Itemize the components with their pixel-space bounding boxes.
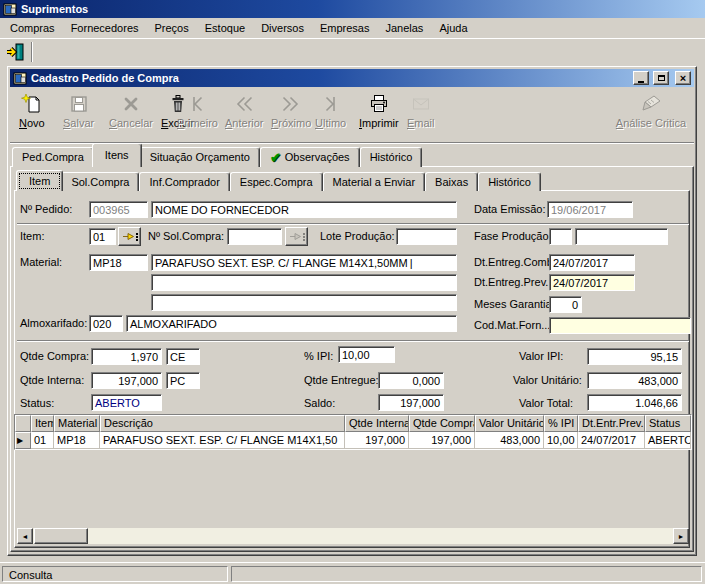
menu-janelas[interactable]: Janelas — [377, 19, 431, 37]
menu-precos[interactable]: Preços — [147, 19, 197, 37]
dt-entreg-comb-field[interactable]: 24/07/2017 — [549, 254, 635, 271]
meses-garantia-field[interactable]: 0 — [549, 296, 582, 313]
close-icon: × — [680, 73, 686, 84]
statusbar-mode-text: Consulta — [9, 569, 52, 581]
tab-espec-compra[interactable]: Espec.Compra — [230, 172, 323, 191]
printer-icon — [368, 92, 390, 116]
close-button[interactable]: × — [675, 71, 691, 85]
grid-header-selector — [15, 415, 31, 432]
grid-header-ipi: % IPI — [544, 415, 578, 432]
cod-mat-forn-field[interactable] — [549, 317, 691, 334]
saldo-field[interactable]: 197,000 — [378, 394, 444, 411]
data-emissao-label: Data Emissão: — [474, 201, 546, 218]
sol-compra-field[interactable] — [227, 228, 282, 245]
tab-item[interactable]: Item — [16, 170, 63, 191]
valor-total-label: Valor Total: — [519, 395, 573, 412]
outer-tabs: Ped.Compra Itens Situação Orçamento ✔ Ob… — [12, 143, 422, 167]
qtde-compra-field[interactable]: 1,970 — [91, 348, 162, 365]
ipi-field[interactable]: 10,00 — [338, 346, 395, 363]
tab-inf-comprador[interactable]: Inf.Comprador — [139, 172, 229, 191]
qtde-entregue-label: Qtde Entregue: — [304, 372, 379, 389]
status-field[interactable]: ABERTO — [91, 394, 162, 411]
valor-total-field[interactable]: 1.046,66 — [587, 394, 682, 411]
tab-historico-inner[interactable]: Histórico — [478, 172, 541, 191]
horizontal-scrollbar: ◄ ► — [17, 528, 689, 544]
exit-button[interactable] — [3, 41, 27, 63]
item-lookup-button[interactable] — [118, 227, 141, 246]
ultimo-button: Ultimo — [310, 90, 351, 139]
valor-ipi-field[interactable]: 95,15 — [587, 348, 682, 365]
anterior-label: Anterior — [225, 117, 264, 129]
child-toolbar: Novo Salvar Cancelar — [10, 88, 694, 143]
row-selector-arrow: ▶ — [15, 432, 31, 449]
tab-situacao-orcamento[interactable]: Situação Orçamento — [140, 147, 260, 167]
menu-empresas[interactable]: Empresas — [312, 19, 378, 37]
tab-sol-compra[interactable]: Sol.Compra — [61, 172, 139, 191]
valor-unitario-field[interactable]: 483,000 — [587, 372, 682, 389]
proximo-label: Próximo — [271, 117, 311, 129]
grid-data-row[interactable]: ▶ 01 MP18 PARAFUSO SEXT. ESP. C/ FLANGE … — [15, 432, 691, 449]
tab-itens[interactable]: Itens — [92, 143, 142, 167]
tab-ped-compra[interactable]: Ped.Compra — [12, 147, 94, 167]
un-compra-field[interactable]: CE — [166, 348, 200, 365]
fase-producao-desc-field[interactable] — [575, 228, 668, 245]
lote-producao-label: Lote Produção: — [320, 228, 395, 245]
grid-header-descricao: Descrição — [100, 415, 345, 432]
material-cod-field[interactable]: MP18 — [89, 254, 148, 271]
lote-producao-field[interactable] — [396, 228, 457, 245]
grid-header-valor-unitario: Valor Unitário — [475, 415, 544, 432]
cancel-x-icon — [121, 92, 141, 116]
menubar: Compras Fornecedores Preços Estoque Dive… — [0, 18, 705, 38]
scroll-left-button[interactable]: ◄ — [17, 528, 33, 544]
statusbar-info-panel — [231, 566, 702, 582]
fase-producao-cod-field[interactable] — [549, 228, 572, 245]
application-window: Suprimentos Compras Fornecedores Preços … — [0, 0, 705, 584]
scrollbar-thumb[interactable] — [34, 528, 88, 544]
restore-icon — [658, 75, 665, 81]
qtde-interna-field[interactable]: 197,000 — [91, 372, 162, 389]
scrollbar-track[interactable] — [88, 528, 673, 544]
new-document-icon — [21, 92, 43, 116]
valor-unitario-label: Valor Unitário: — [513, 372, 582, 389]
app-icon — [3, 3, 17, 16]
almoxarifado-nome-field[interactable]: ALMOXARIFADO — [126, 315, 457, 332]
child-window-title: Cadastro Pedido de Compra — [31, 72, 629, 84]
material-label: Material: — [20, 254, 62, 271]
menu-compras[interactable]: Compras — [2, 19, 63, 37]
minimize-button[interactable] — [633, 71, 649, 85]
cell-descricao: PARAFUSO SEXT. ESP. C/ FLANGE M14X1,50 — [100, 432, 345, 449]
menu-estoque[interactable]: Estoque — [197, 19, 253, 37]
primeiro-button: Primeiro — [172, 90, 223, 139]
imprimir-button[interactable]: Imprimir — [354, 90, 404, 139]
material-desc3-field[interactable] — [151, 294, 457, 311]
menu-diversos[interactable]: Diversos — [253, 19, 312, 37]
email-button: Email — [402, 90, 440, 139]
tab-observacoes[interactable]: ✔ Observações — [260, 147, 360, 167]
document-icon — [13, 72, 27, 85]
statusbar-mode-panel: Consulta — [2, 566, 228, 582]
item-field[interactable]: 01 — [89, 228, 116, 245]
green-check-icon: ✔ — [270, 148, 281, 167]
cell-status: ABERTO — [645, 432, 691, 449]
restore-button[interactable] — [653, 71, 669, 85]
tab-material-a-enviar[interactable]: Material a Enviar — [323, 172, 426, 191]
child-titlebar[interactable]: Cadastro Pedido de Compra × — [10, 69, 694, 87]
salvar-button: Salvar — [58, 90, 99, 139]
tab-historico-outer[interactable]: Histórico — [360, 147, 423, 167]
previous-record-icon — [232, 92, 256, 116]
menu-ajuda[interactable]: Ajuda — [431, 19, 475, 37]
material-desc-field[interactable]: PARAFUSO SEXT. ESP. C/ FLANGE M14X1,50MM… — [151, 254, 457, 271]
novo-button[interactable]: Novo — [14, 90, 50, 139]
material-desc2-field[interactable] — [151, 274, 457, 291]
menu-fornecedores[interactable]: Fornecedores — [63, 19, 147, 37]
cell-valor-unitario: 483,000 — [475, 432, 544, 449]
scroll-right-button[interactable]: ► — [673, 528, 689, 544]
fornecedor-field[interactable]: NOME DO FORNECEDOR — [151, 201, 457, 218]
almoxarifado-cod-field[interactable]: 020 — [89, 315, 123, 332]
salvar-label: Salvar — [63, 117, 94, 129]
un-interna-field[interactable]: PC — [166, 372, 200, 389]
lookup-hand-icon-disabled — [289, 231, 302, 242]
dt-entreg-prev-field[interactable]: 24/07/2017 — [549, 274, 635, 291]
tab-baixas[interactable]: Baixas — [425, 172, 478, 191]
qtde-entregue-field[interactable]: 0,000 — [378, 372, 444, 389]
